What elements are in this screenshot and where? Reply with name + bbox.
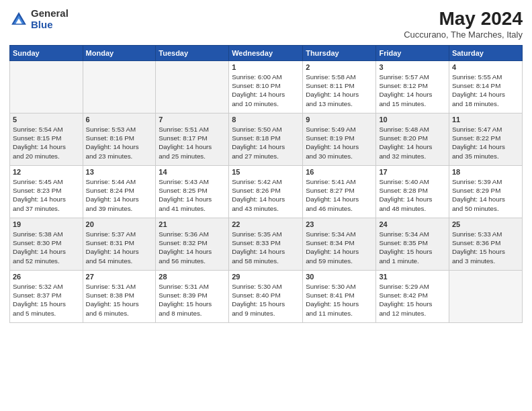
day-number: 7 <box>159 116 226 124</box>
day-number: 28 <box>159 273 226 281</box>
table-row: 23Sunrise: 5:34 AM Sunset: 8:34 PM Dayli… <box>303 218 376 271</box>
day-number: 25 <box>452 220 519 228</box>
day-info: Sunrise: 5:53 AM Sunset: 8:16 PM Dayligh… <box>86 125 153 161</box>
table-row: 16Sunrise: 5:41 AM Sunset: 8:27 PM Dayli… <box>303 166 376 218</box>
day-number: 11 <box>452 116 519 124</box>
table-row: 15Sunrise: 5:42 AM Sunset: 8:26 PM Dayli… <box>229 166 303 218</box>
main-title: May 2024 <box>404 8 523 30</box>
day-info: Sunrise: 6:00 AM Sunset: 8:10 PM Dayligh… <box>232 73 300 108</box>
day-info: Sunrise: 5:45 AM Sunset: 8:23 PM Dayligh… <box>13 177 80 213</box>
day-number: 14 <box>159 168 226 176</box>
table-row: 28Sunrise: 5:31 AM Sunset: 8:39 PM Dayli… <box>156 271 229 323</box>
day-info: Sunrise: 5:51 AM Sunset: 8:17 PM Dayligh… <box>159 125 226 161</box>
table-row: 7Sunrise: 5:51 AM Sunset: 8:17 PM Daylig… <box>156 113 229 166</box>
title-block: May 2024 Cuccurano, The Marches, Italy <box>404 8 523 40</box>
calendar-week-row: 1Sunrise: 6:00 AM Sunset: 8:10 PM Daylig… <box>10 61 523 113</box>
table-row: 4Sunrise: 5:55 AM Sunset: 8:14 PM Daylig… <box>449 61 522 113</box>
table-row: 19Sunrise: 5:38 AM Sunset: 8:30 PM Dayli… <box>10 218 83 271</box>
table-row: 24Sunrise: 5:34 AM Sunset: 8:35 PM Dayli… <box>376 218 449 271</box>
table-row: 25Sunrise: 5:33 AM Sunset: 8:36 PM Dayli… <box>449 218 522 271</box>
day-number: 24 <box>379 220 445 228</box>
logo-icon <box>9 10 28 29</box>
day-info: Sunrise: 5:31 AM Sunset: 8:38 PM Dayligh… <box>86 282 153 318</box>
day-info: Sunrise: 5:42 AM Sunset: 8:26 PM Dayligh… <box>232 177 300 213</box>
day-info: Sunrise: 5:34 AM Sunset: 8:35 PM Dayligh… <box>379 230 445 265</box>
table-row: 12Sunrise: 5:45 AM Sunset: 8:23 PM Dayli… <box>10 166 83 218</box>
calendar-table: Sunday Monday Tuesday Wednesday Thursday… <box>9 45 523 323</box>
table-row: 2Sunrise: 5:58 AM Sunset: 8:11 PM Daylig… <box>303 61 376 113</box>
table-row: 5Sunrise: 5:54 AM Sunset: 8:15 PM Daylig… <box>10 113 83 166</box>
day-number: 31 <box>379 273 445 281</box>
day-info: Sunrise: 5:39 AM Sunset: 8:29 PM Dayligh… <box>452 177 519 213</box>
day-number: 8 <box>232 116 300 124</box>
page: General Blue May 2024 Cuccurano, The Mar… <box>0 0 532 411</box>
table-row: 13Sunrise: 5:44 AM Sunset: 8:24 PM Dayli… <box>83 166 156 218</box>
table-row: 31Sunrise: 5:29 AM Sunset: 8:42 PM Dayli… <box>376 271 449 323</box>
day-info: Sunrise: 5:30 AM Sunset: 8:41 PM Dayligh… <box>306 282 373 318</box>
day-info: Sunrise: 5:49 AM Sunset: 8:19 PM Dayligh… <box>306 125 373 161</box>
col-friday: Friday <box>376 46 449 61</box>
subtitle: Cuccurano, The Marches, Italy <box>404 30 523 40</box>
calendar-week-row: 12Sunrise: 5:45 AM Sunset: 8:23 PM Dayli… <box>10 166 523 218</box>
day-number: 15 <box>232 168 300 176</box>
day-info: Sunrise: 5:33 AM Sunset: 8:36 PM Dayligh… <box>452 230 519 265</box>
table-row: 22Sunrise: 5:35 AM Sunset: 8:33 PM Dayli… <box>229 218 303 271</box>
day-number: 16 <box>306 168 373 176</box>
day-number: 2 <box>306 63 373 71</box>
day-info: Sunrise: 5:58 AM Sunset: 8:11 PM Dayligh… <box>306 73 373 108</box>
day-info: Sunrise: 5:35 AM Sunset: 8:33 PM Dayligh… <box>232 230 300 265</box>
table-row <box>156 61 229 113</box>
table-row: 17Sunrise: 5:40 AM Sunset: 8:28 PM Dayli… <box>376 166 449 218</box>
col-wednesday: Wednesday <box>229 46 303 61</box>
day-info: Sunrise: 5:29 AM Sunset: 8:42 PM Dayligh… <box>379 282 445 318</box>
table-row: 14Sunrise: 5:43 AM Sunset: 8:25 PM Dayli… <box>156 166 229 218</box>
table-row: 6Sunrise: 5:53 AM Sunset: 8:16 PM Daylig… <box>83 113 156 166</box>
table-row: 29Sunrise: 5:30 AM Sunset: 8:40 PM Dayli… <box>229 271 303 323</box>
day-number: 29 <box>232 273 300 281</box>
day-number: 1 <box>232 63 300 71</box>
table-row: 10Sunrise: 5:48 AM Sunset: 8:20 PM Dayli… <box>376 113 449 166</box>
day-info: Sunrise: 5:41 AM Sunset: 8:27 PM Dayligh… <box>306 177 373 213</box>
logo: General Blue <box>9 8 69 30</box>
table-row: 20Sunrise: 5:37 AM Sunset: 8:31 PM Dayli… <box>83 218 156 271</box>
table-row <box>83 61 156 113</box>
header: General Blue May 2024 Cuccurano, The Mar… <box>9 8 523 40</box>
day-number: 4 <box>452 63 519 71</box>
calendar-week-row: 26Sunrise: 5:32 AM Sunset: 8:37 PM Dayli… <box>10 271 523 323</box>
table-row: 30Sunrise: 5:30 AM Sunset: 8:41 PM Dayli… <box>303 271 376 323</box>
logo-blue-label: Blue <box>31 19 69 31</box>
day-number: 21 <box>159 220 226 228</box>
day-info: Sunrise: 5:34 AM Sunset: 8:34 PM Dayligh… <box>306 230 373 265</box>
col-monday: Monday <box>83 46 156 61</box>
day-number: 17 <box>379 168 445 176</box>
table-row: 9Sunrise: 5:49 AM Sunset: 8:19 PM Daylig… <box>303 113 376 166</box>
col-sunday: Sunday <box>10 46 83 61</box>
day-number: 12 <box>13 168 80 176</box>
day-info: Sunrise: 5:57 AM Sunset: 8:12 PM Dayligh… <box>379 73 445 108</box>
day-info: Sunrise: 5:43 AM Sunset: 8:25 PM Dayligh… <box>159 177 226 213</box>
day-info: Sunrise: 5:54 AM Sunset: 8:15 PM Dayligh… <box>13 125 80 161</box>
day-number: 27 <box>86 273 153 281</box>
day-number: 10 <box>379 116 445 124</box>
day-number: 18 <box>452 168 519 176</box>
day-number: 9 <box>306 116 373 124</box>
day-number: 13 <box>86 168 153 176</box>
day-number: 5 <box>13 116 80 124</box>
day-number: 6 <box>86 116 153 124</box>
logo-text: General Blue <box>31 8 69 30</box>
table-row: 27Sunrise: 5:31 AM Sunset: 8:38 PM Dayli… <box>83 271 156 323</box>
day-number: 30 <box>306 273 373 281</box>
day-info: Sunrise: 5:36 AM Sunset: 8:32 PM Dayligh… <box>159 230 226 265</box>
table-row: 26Sunrise: 5:32 AM Sunset: 8:37 PM Dayli… <box>10 271 83 323</box>
calendar-week-row: 19Sunrise: 5:38 AM Sunset: 8:30 PM Dayli… <box>10 218 523 271</box>
table-row: 18Sunrise: 5:39 AM Sunset: 8:29 PM Dayli… <box>449 166 522 218</box>
day-info: Sunrise: 5:38 AM Sunset: 8:30 PM Dayligh… <box>13 230 80 265</box>
day-info: Sunrise: 5:30 AM Sunset: 8:40 PM Dayligh… <box>232 282 300 318</box>
day-info: Sunrise: 5:32 AM Sunset: 8:37 PM Dayligh… <box>13 282 80 318</box>
table-row: 8Sunrise: 5:50 AM Sunset: 8:18 PM Daylig… <box>229 113 303 166</box>
day-info: Sunrise: 5:48 AM Sunset: 8:20 PM Dayligh… <box>379 125 445 161</box>
day-number: 23 <box>306 220 373 228</box>
day-number: 3 <box>379 63 445 71</box>
table-row: 11Sunrise: 5:47 AM Sunset: 8:22 PM Dayli… <box>449 113 522 166</box>
day-info: Sunrise: 5:55 AM Sunset: 8:14 PM Dayligh… <box>452 73 519 108</box>
